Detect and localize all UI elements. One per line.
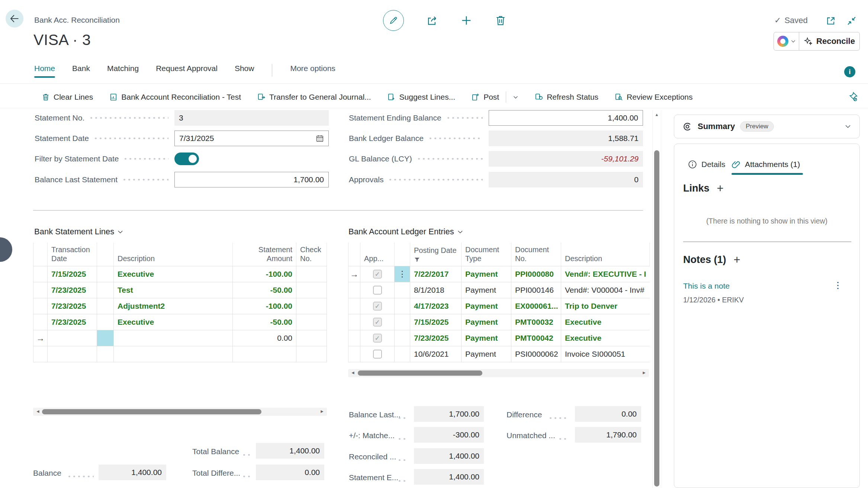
ledger-cell[interactable]: 7/23/2025 xyxy=(410,330,462,346)
applied-checkbox[interactable] xyxy=(373,350,382,359)
summary-card[interactable]: Summary Preview xyxy=(674,115,860,138)
applied-checkbox[interactable] xyxy=(373,302,382,311)
tab-request-approval[interactable]: Request Approval xyxy=(156,64,218,73)
delete-button[interactable] xyxy=(495,15,507,26)
clear-lines-button[interactable]: Clear Lines xyxy=(42,93,93,102)
add-note-button[interactable]: + xyxy=(734,254,740,266)
ledger-cell[interactable]: PMT00042 xyxy=(511,330,561,346)
ledger-cell[interactable]: Payment xyxy=(462,346,511,362)
ledger-cell[interactable]: PPI000146 xyxy=(511,282,561,298)
ledger-cell[interactable]: EX000061... xyxy=(511,298,561,314)
add-link-button[interactable]: + xyxy=(717,183,724,194)
calendar-icon[interactable] xyxy=(316,134,324,142)
filter-by-statement-date-toggle[interactable] xyxy=(174,152,199,165)
applied-checkbox[interactable] xyxy=(373,318,382,327)
column-header-document-no[interactable]: Document No. xyxy=(511,243,561,266)
statement-lines-hscrollbar[interactable]: ◄ ► xyxy=(33,408,327,416)
ledger-cell[interactable]: PMT00032 xyxy=(511,314,561,330)
statement-line-cell[interactable]: 0.00 xyxy=(233,330,296,346)
tab-bank[interactable]: Bank xyxy=(72,64,90,73)
refresh-status-button[interactable]: Refresh Status xyxy=(535,93,598,102)
ledger-cell[interactable]: 7/15/2025 xyxy=(410,314,462,330)
statement-line-cell[interactable]: 7/23/2025 xyxy=(48,314,97,330)
column-header-description[interactable]: Description xyxy=(561,243,650,266)
column-header-check-no[interactable]: Check No. xyxy=(296,243,327,266)
statement-line-cell[interactable]: -50.00 xyxy=(233,282,296,298)
ledger-cell[interactable]: 10/6/2021 xyxy=(410,346,462,362)
scroll-right-icon[interactable]: ► xyxy=(320,409,324,414)
ledger-cell[interactable]: Executive xyxy=(561,314,650,330)
side-panel-handle[interactable] xyxy=(0,237,12,262)
ledger-cell[interactable]: 7/22/2017 xyxy=(410,266,462,282)
ledger-entries-hscrollbar[interactable]: ◄ ► xyxy=(348,369,649,377)
ledger-cell[interactable]: Vend#: EXECUTIVE - I xyxy=(561,266,650,282)
statement-line-cell[interactable]: Executive xyxy=(114,266,233,282)
statement-line-cell[interactable]: 7/15/2025 xyxy=(48,266,97,282)
kebab-icon[interactable]: ⋮ xyxy=(398,270,406,278)
main-vscrollbar[interactable]: ▲ xyxy=(652,110,661,488)
statement-line-cell[interactable] xyxy=(114,330,233,346)
tab-attachments[interactable]: Attachments (1) xyxy=(732,160,800,169)
balance-last-statement-input[interactable]: 1,700.00 xyxy=(174,172,329,187)
new-button[interactable] xyxy=(460,14,473,27)
note-kebab-icon[interactable]: ⋮ xyxy=(833,281,842,290)
scrollbar-thumb[interactable] xyxy=(654,150,659,487)
applied-checkbox[interactable] xyxy=(373,270,382,279)
scrollbar-thumb[interactable] xyxy=(358,370,482,376)
scroll-left-icon[interactable]: ◄ xyxy=(351,370,355,375)
applied-checkbox[interactable] xyxy=(373,334,382,343)
row-menu-cell[interactable]: ⋮ xyxy=(395,266,410,282)
column-header-applied[interactable]: App... xyxy=(360,243,395,266)
info-icon[interactable]: i xyxy=(844,66,855,77)
suggest-lines-button[interactable]: Suggest Lines... xyxy=(388,93,456,102)
more-options[interactable]: More options xyxy=(290,64,335,73)
applied-checkbox[interactable] xyxy=(373,286,382,295)
post-dropdown-chevron-icon[interactable] xyxy=(513,94,518,100)
statement-line-cell[interactable] xyxy=(48,330,97,346)
bank-rec-test-button[interactable]: Bank Account Reconciliation - Test xyxy=(109,93,241,102)
tab-home[interactable]: Home xyxy=(34,64,55,78)
ledger-cell[interactable]: Executive xyxy=(561,330,650,346)
unpin-button[interactable] xyxy=(848,92,858,102)
chevron-down-icon[interactable] xyxy=(845,123,851,130)
statement-line-cell[interactable]: -100.00 xyxy=(233,266,296,282)
tab-matching[interactable]: Matching xyxy=(107,64,139,73)
ledger-cell[interactable]: Payment xyxy=(462,314,511,330)
open-in-window-button[interactable] xyxy=(826,16,836,26)
copilot-menu-button[interactable] xyxy=(774,32,799,50)
tab-show[interactable]: Show xyxy=(235,64,254,73)
transfer-to-general-journal-button[interactable]: Transfer to General Journal... xyxy=(257,93,371,102)
column-header-statement-amount[interactable]: Statement Amount xyxy=(233,243,296,266)
statement-date-input[interactable]: 7/31/2025 xyxy=(174,131,329,146)
statement-line-cell[interactable]: 7/23/2025 xyxy=(48,282,97,298)
collapse-button[interactable] xyxy=(846,16,857,26)
note-link[interactable]: This is a note xyxy=(683,282,730,290)
statement-lines-title[interactable]: Bank Statement Lines xyxy=(34,227,123,237)
statement-line-cell[interactable]: Adjustment2 xyxy=(114,298,233,314)
back-button[interactable] xyxy=(6,10,23,28)
statement-line-cell[interactable]: 7/23/2025 xyxy=(48,298,97,314)
column-header-description[interactable]: Description xyxy=(114,243,233,266)
statement-line-cell[interactable]: Executive xyxy=(114,314,233,330)
ledger-cell[interactable]: PPI000080 xyxy=(511,266,561,282)
breadcrumb[interactable]: Bank Acc. Reconciliation xyxy=(34,16,120,25)
ledger-cell[interactable]: Payment xyxy=(462,282,511,298)
reconcile-button[interactable]: Reconcile xyxy=(799,32,859,50)
ledger-cell[interactable]: Payment xyxy=(462,266,511,282)
statement-line-cell[interactable]: Test xyxy=(114,282,233,298)
ledger-entries-title[interactable]: Bank Account Ledger Entries xyxy=(348,227,463,237)
edit-button[interactable] xyxy=(383,10,404,31)
post-button[interactable]: Post xyxy=(472,92,518,103)
share-button[interactable] xyxy=(426,14,438,27)
column-header-document-type[interactable]: Document Type xyxy=(462,243,511,266)
column-header-transaction-date[interactable]: Transaction Date xyxy=(48,243,97,266)
ledger-cell[interactable]: PSI0000062 xyxy=(511,346,561,362)
statement-ending-balance-input[interactable]: 1,400.00 xyxy=(489,110,643,126)
ledger-cell[interactable]: 8/1/2018 xyxy=(410,282,462,298)
ledger-cell[interactable]: Vend#: V000004 - Inv# xyxy=(561,282,650,298)
column-header-posting-date[interactable]: Posting Date xyxy=(410,243,462,266)
scroll-left-icon[interactable]: ◄ xyxy=(36,409,40,414)
tab-details[interactable]: Details xyxy=(688,160,725,169)
statement-line-cell[interactable]: -100.00 xyxy=(233,298,296,314)
ledger-cell[interactable]: Payment xyxy=(462,330,511,346)
